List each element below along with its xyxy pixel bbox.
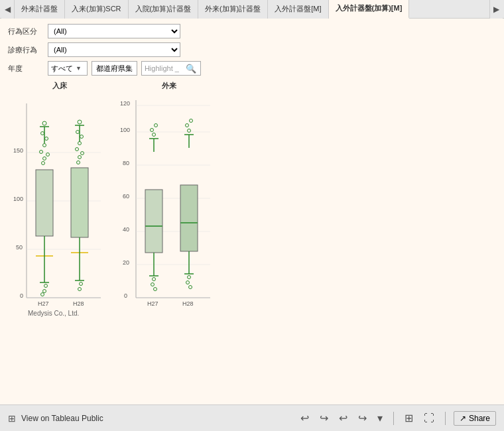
svg-text:0: 0 (124, 292, 127, 299)
svg-point-81 (186, 124, 189, 127)
svg-point-24 (44, 284, 48, 288)
svg-point-72 (154, 288, 157, 291)
svg-point-71 (151, 283, 155, 286)
highlight-search-icon[interactable]: 🔍 (184, 64, 198, 74)
tab-next-arrow[interactable]: ▶ (489, 0, 503, 19)
svg-point-82 (190, 119, 193, 123)
svg-text:120: 120 (120, 100, 130, 107)
svg-text:50: 50 (16, 244, 23, 251)
medysis-credit: Medysis Co., Ltd. (8, 310, 496, 317)
toolbar-separator-2 (445, 412, 446, 425)
nendo-select-wrapper[interactable]: すべて ▼ (48, 61, 88, 76)
svg-point-38 (76, 148, 79, 151)
svg-text:0: 0 (20, 292, 23, 299)
chart-container: 入床 0 50 100 150 (8, 81, 496, 306)
redo-button[interactable]: ↪ (317, 410, 331, 426)
tab-nyugai-meter[interactable]: 入外計器盤[M] (268, 0, 328, 19)
bottom-bar: ⊞ View on Tableau Public ↩ ↪ ↩ ↪ ▾ ⊞ ⛶ ↗… (0, 404, 504, 431)
tab-gairai-meter[interactable]: 外来(加算)計器盤 (198, 0, 268, 19)
svg-point-39 (81, 152, 84, 155)
tab-nyugai-meter-kazan[interactable]: 入外計器盤(加算)[M] (329, 0, 410, 19)
shinryo-filter-row: 診療行為 (All) (8, 42, 496, 57)
svg-point-42 (80, 282, 83, 286)
tab-nyuin-meter[interactable]: 入院(加算)計器盤 (129, 0, 198, 19)
chart-left-title: 入床 (8, 81, 111, 91)
svg-text:80: 80 (123, 160, 129, 166)
svg-text:40: 40 (123, 226, 129, 233)
shinryo-label: 診療行為 (8, 45, 48, 55)
svg-point-84 (186, 281, 190, 284)
back-button[interactable]: ↩ (336, 410, 350, 426)
main-content: 行為区分 (All) 診療行為 (All) 年度 すべて ▼ 都道府県集 Hig… (0, 19, 504, 404)
svg-point-35 (76, 131, 80, 134)
tab-gairaimeter[interactable]: 外来計器盤 (15, 0, 65, 19)
gyomu-filter-row: 行為区分 (All) (8, 24, 496, 38)
tab-nyuurai-scr[interactable]: 入来(加算)SCR (65, 0, 129, 19)
svg-point-40 (78, 156, 82, 159)
chart-right-title: 外来 (117, 81, 220, 91)
year-filter-row: 年度 すべて ▼ 都道府県集 Highlight _ 🔍 (8, 61, 496, 76)
svg-text:60: 60 (123, 193, 129, 200)
svg-point-68 (151, 129, 154, 132)
view-tableau-text[interactable]: View on Tableau Public (21, 414, 103, 423)
tableau-grid-icon: ⊞ (8, 413, 16, 424)
svg-rect-12 (36, 170, 53, 236)
svg-text:H28: H28 (73, 300, 84, 306)
tab-bar: ◀ 外来計器盤 入来(加算)SCR 入院(加算)計器盤 外来(加算)計器盤 入外… (0, 0, 504, 19)
chart-right-svg: 0 20 40 60 80 100 120 (117, 93, 214, 306)
svg-text:H27: H27 (38, 300, 49, 306)
svg-point-85 (189, 286, 192, 289)
highlight-text: Highlight _ (145, 64, 184, 72)
svg-text:150: 150 (13, 147, 23, 154)
fwd-dropdown-button[interactable]: ▾ (375, 410, 385, 426)
chart-left-svg: 0 50 100 150 (8, 93, 104, 306)
svg-point-37 (78, 142, 82, 145)
svg-point-22 (43, 157, 46, 160)
nendo-value: すべて (51, 64, 73, 74)
svg-point-67 (153, 133, 156, 137)
gyomu-select[interactable]: (All) (48, 24, 180, 38)
bottom-toolbar-right: ↩ ↪ ↩ ↪ ▾ ⊞ ⛶ ↗ Share (298, 410, 496, 426)
svg-text:100: 100 (13, 196, 23, 202)
svg-text:100: 100 (120, 127, 130, 133)
svg-point-20 (40, 151, 43, 154)
svg-point-34 (78, 120, 82, 124)
fwd-button[interactable]: ↪ (355, 410, 369, 426)
tab-prev-arrow[interactable]: ◀ (1, 0, 15, 19)
svg-point-16 (42, 121, 46, 125)
svg-point-43 (78, 288, 82, 291)
bottom-toolbar-left: ⊞ View on Tableau Public (8, 413, 103, 424)
nendo-label: 年度 (8, 64, 48, 74)
prefecture-btn[interactable]: 都道府県集 (92, 61, 137, 76)
shinryo-select[interactable]: (All) (48, 42, 180, 57)
svg-text:20: 20 (123, 259, 129, 266)
svg-point-41 (77, 161, 80, 164)
layout-button[interactable]: ⊞ (402, 410, 416, 426)
gyomu-label: 行為区分 (8, 27, 48, 36)
svg-point-26 (41, 293, 44, 296)
svg-text:H27: H27 (147, 300, 158, 306)
svg-rect-76 (180, 185, 198, 251)
svg-point-70 (153, 278, 156, 281)
svg-point-36 (80, 135, 84, 139)
fullscreen-button[interactable]: ⛶ (421, 411, 437, 426)
undo-button[interactable]: ↩ (298, 410, 312, 426)
svg-point-25 (43, 290, 46, 293)
chart-left: 入床 0 50 100 150 (8, 81, 111, 306)
share-icon: ↗ (460, 414, 466, 423)
svg-point-23 (42, 162, 45, 165)
svg-point-19 (43, 144, 46, 147)
nendo-dropdown-arrow: ▼ (76, 65, 82, 72)
toolbar-separator (393, 412, 394, 425)
share-button[interactable]: ↗ Share (454, 411, 496, 426)
share-label: Share (469, 414, 490, 423)
svg-text:H28: H28 (182, 300, 194, 306)
svg-rect-63 (145, 190, 162, 253)
svg-point-83 (188, 276, 191, 279)
svg-rect-30 (71, 168, 88, 237)
svg-point-18 (45, 137, 48, 141)
chart-right: 外来 0 20 40 60 80 100 120 (117, 81, 220, 306)
svg-point-17 (41, 132, 44, 135)
svg-point-69 (155, 124, 158, 127)
highlight-box[interactable]: Highlight _ 🔍 (141, 61, 201, 76)
